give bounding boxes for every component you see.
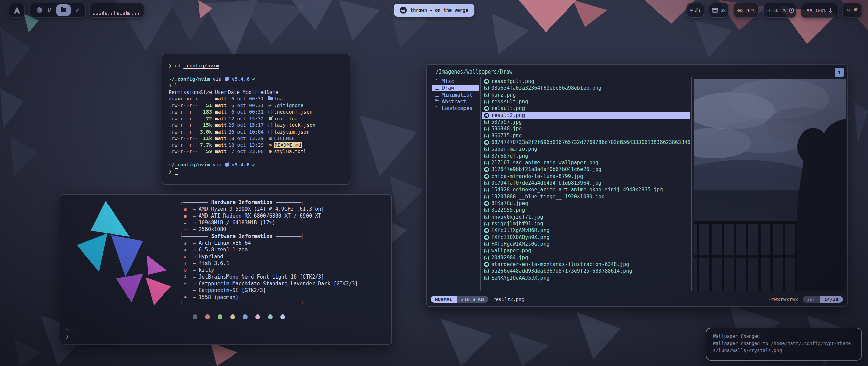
file-date-modified: 6 oct 00:31 xyxy=(228,96,264,101)
sidebar-dir-minimalist[interactable]: Minimalist xyxy=(432,92,479,98)
shell-context-line: ~/.config/nvim via v5.4.6 ✔ xyxy=(169,162,345,168)
image-file-icon xyxy=(484,93,489,97)
brush-icon[interactable]: ✐ xyxy=(76,7,79,14)
file-row[interactable]: re1sult.png xyxy=(482,105,690,112)
arrow-icon: → xyxy=(193,226,196,232)
bar-module-clock[interactable]: 17:50:29 xyxy=(763,3,796,18)
file-row[interactable]: EeNKYgIUcAAJ5JX.png xyxy=(482,274,690,281)
cava-bar xyxy=(100,13,101,15)
file-row[interactable]: 87r687df.png xyxy=(482,152,690,159)
bar-module-notifications[interactable]: 24 xyxy=(842,3,862,18)
fetch-info-value: 1558 (pacman) xyxy=(199,294,238,300)
file-row[interactable]: wallpaper.png xyxy=(482,247,690,254)
file-row[interactable]: FXfcII0X0AQyn9X.png xyxy=(482,234,690,241)
file-row[interactable]: 19201080-__blue-tinge__-1920×1080.jpg xyxy=(482,193,690,200)
file-row[interactable]: 3122955.png xyxy=(482,207,690,214)
arrow-icon: → xyxy=(193,281,196,287)
listing-row: .rw-r--r--51matt6 oct 00:31git.gitignore xyxy=(169,102,345,109)
bar-module-weather[interactable]: 26°C xyxy=(733,3,759,18)
vim-icon[interactable]: V xyxy=(47,7,51,14)
file-row[interactable]: ressdfgult.png xyxy=(482,78,690,85)
file-row[interactable]: 596848.jpg xyxy=(482,125,690,132)
file-manager-window[interactable]: ~/Imagenes/Wallpapers/Draw 1 MiscDrawMin… xyxy=(426,64,848,307)
sidebar-dir-abstract[interactable]: Abstract xyxy=(432,98,479,105)
cava-bar xyxy=(110,14,110,15)
prompt-symbol: ❯ xyxy=(169,83,172,88)
fetch-info-row: ▣→AMD Ryzen 9 5900X (24) @ 4.9GHz [61.3°… xyxy=(180,206,387,212)
file-row[interactable]: 154928-odinokoe_anime-art-anime-okno-sin… xyxy=(482,186,690,193)
arrow-icon: → xyxy=(193,213,196,219)
image-file-icon xyxy=(484,106,489,111)
file-name: resssult.png xyxy=(491,99,528,105)
cava-bar xyxy=(131,14,131,15)
header-size: Size xyxy=(199,89,212,95)
cava-visualizer xyxy=(93,6,140,15)
bar-module-now-playing[interactable]: thrown - on the verge xyxy=(394,4,474,17)
sidebar-dir-landscapes[interactable]: Landscapes xyxy=(432,105,479,112)
file-size: 72 xyxy=(199,116,212,121)
fetch-info-row: ☻→1558 (pacman) xyxy=(180,294,387,301)
cava-bar xyxy=(140,14,140,15)
file-row[interactable]: super-mario.png xyxy=(482,146,690,152)
file-row[interactable]: 20492984.jpg xyxy=(482,254,690,261)
cpu-icon: ▣ xyxy=(182,207,189,211)
image-file-icon xyxy=(484,100,489,104)
terminal-window[interactable]: ❯cd.config/nvim ~/.config/nvim via v5.4.… xyxy=(162,54,350,185)
file-row[interactable]: atardecer-en-la-montanas-ilustracion-634… xyxy=(482,261,690,268)
sidebar-dir-draw[interactable]: Draw xyxy=(432,85,479,92)
palette-color-dot xyxy=(255,314,260,319)
file-row[interactable]: 587597.jpg xyxy=(482,119,690,125)
file-name: 08a634fa02a32364f69ebc86a98eb1eb.png xyxy=(491,85,601,91)
image-file-icon xyxy=(484,242,489,246)
file-row[interactable]: FXfcJlTXgAMvH6R.png xyxy=(482,227,690,234)
file-row[interactable]: nnvuv0xj2df71.jpg xyxy=(482,214,690,220)
firefox-icon[interactable] xyxy=(36,7,42,13)
cava-bar xyxy=(137,12,137,15)
file-row[interactable]: kurz.png xyxy=(482,92,690,98)
bar-module-volume[interactable]: 100% xyxy=(801,3,839,18)
bar-module-keyboard-layout[interactable]: US xyxy=(709,3,729,18)
shell-input-line[interactable]: ❯ xyxy=(169,168,345,175)
listing-row: .rw-r--r--59matt7 oct 23:06⚙stylua.toml xyxy=(169,148,345,155)
tab-badge[interactable]: 1 xyxy=(835,68,844,77)
file-row[interactable]: result2.png xyxy=(482,112,690,119)
file-row[interactable]: 0c794faf07de24a4db4d4fb1eb813964.jpg xyxy=(482,180,690,186)
speaker-icon xyxy=(807,8,812,13)
file-row[interactable]: 08a634fa02a32364f69ebc86a98eb1eb.png xyxy=(482,85,690,92)
file-row[interactable]: rsjqojlmjhf91.jpg xyxy=(482,220,690,227)
file-row[interactable]: 217167-sad-anime-rain-wallpaper.png xyxy=(482,159,690,166)
file-row[interactable]: FXfcHgcWIAMzs0G.png xyxy=(482,241,690,247)
icon-theme-icon: ⠿ xyxy=(182,288,189,293)
listing-row: .rw-r--r--11kmatt18 oct 13:29▤LICENSE xyxy=(169,135,345,142)
shell-prompt[interactable]: ~ ❯ xyxy=(66,326,69,340)
notification-body: Wallpaper changed to /home/matt/.config/… xyxy=(713,340,854,354)
cava-bar xyxy=(123,13,124,15)
file-manager-shortcut-active[interactable] xyxy=(56,4,71,16)
memory-icon: ≡ xyxy=(182,220,189,225)
file-row[interactable]: 3126f7e9bbf21a8a4af0b67b041c6e26.jpg xyxy=(482,166,690,173)
sidebar-dir-misc[interactable]: Misc xyxy=(432,78,479,85)
fetch-info-value: AMD ATI Radeon RX 6800/6800 XT / 6900 XT xyxy=(199,213,321,219)
bar-module-launcher[interactable] xyxy=(9,3,25,18)
cava-bar xyxy=(135,13,136,15)
fetch-info-value: fish 3.6.1 xyxy=(199,260,229,266)
header-date-modified: Date Modified xyxy=(228,89,267,95)
status-bar: NORMAL 218.8 KB result2.png -rwxrwxrwx 3… xyxy=(431,295,843,303)
file-row[interactable]: 68747470733a2f2f696d616765732d7769786d70… xyxy=(482,139,690,146)
file-row[interactable]: 866715.png xyxy=(482,132,690,139)
file-size: 11k xyxy=(199,136,212,141)
bar-module-clients[interactable]: 0 xyxy=(687,3,704,18)
file-row[interactable]: 5a266e448add93deab367d87173e9f25-6837886… xyxy=(482,268,690,274)
file-row[interactable]: chica-mirando-la-luna-8799.jpg xyxy=(482,173,690,180)
fetch-terminal-window[interactable]: ┌ Hardware Information ┐ ▣→AMD Ryzen 9 5… xyxy=(60,194,392,345)
cava-bar xyxy=(127,12,128,15)
image-file-icon xyxy=(484,222,489,226)
listing-row: drwxr-xr-x-matt6 oct 00:31lua xyxy=(169,96,345,102)
palette-color-dot xyxy=(218,314,222,319)
file-date-modified: 12 oct 15:32 xyxy=(228,116,264,121)
notification-toast[interactable]: Wallpaper Changed Wallpaper changed to /… xyxy=(706,328,862,361)
terminal-icon: ▢ xyxy=(182,268,189,272)
file-row[interactable]: 8FKa7Cu.jpeg xyxy=(482,200,690,207)
image-file-icon xyxy=(484,167,489,172)
file-row[interactable]: resssult.png xyxy=(482,98,690,105)
